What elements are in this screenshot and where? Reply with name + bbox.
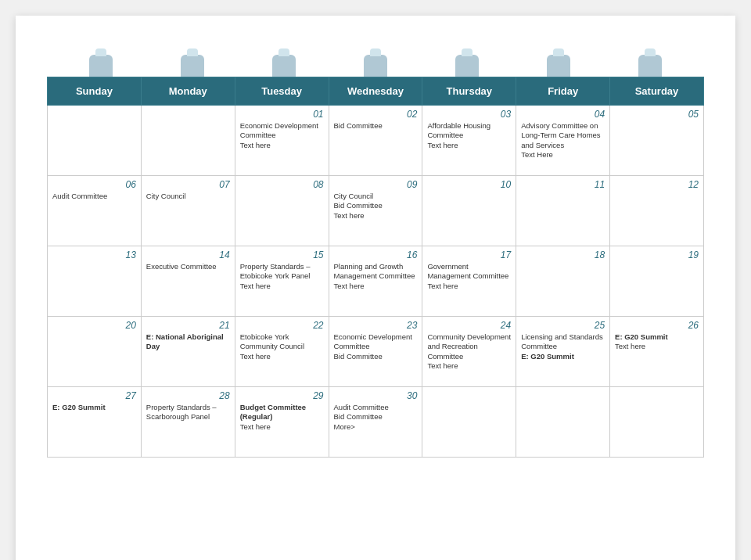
- tab-clip-7: [638, 55, 662, 77]
- cell-empty: [141, 106, 235, 176]
- cell-16: 16Planning and Growth Management Committ…: [329, 246, 422, 317]
- cell-29: 29Budget Committee (Regular)Text here: [235, 387, 329, 458]
- cell-18: 18: [516, 246, 610, 317]
- cell-26: 26E: G20 SummitText here: [610, 317, 704, 387]
- cell-25: 25Licensing and Standards CommitteeE: G2…: [516, 317, 610, 387]
- week-row-3: 13 14Executive Committee 15Property Stan…: [48, 246, 704, 317]
- calendar-table: Sunday Monday Tuesday Wednesday Thursday…: [47, 77, 704, 458]
- cell-30: 30Audit CommitteeBid CommitteeMore>: [329, 387, 422, 458]
- cell-11: 11: [516, 176, 610, 246]
- week-row-2: 06Audit Committee 07City Council 08 09Ci…: [48, 176, 704, 246]
- header-wednesday: Wednesday: [329, 77, 422, 106]
- cell-27: 27E: G20 Summit: [48, 387, 142, 458]
- cell-05: 05: [610, 106, 704, 176]
- cell-28: 28Property Standards –Scarborough Panel: [141, 387, 235, 458]
- cell-23: 23Economic Development CommitteeBid Comm…: [329, 317, 422, 387]
- week-row-4: 20 21E: National Aboriginal Day 22Etobic…: [48, 317, 704, 387]
- week-row-5: 27E: G20 Summit 28Property Standards –Sc…: [48, 387, 704, 458]
- header-sunday: Sunday: [48, 77, 142, 106]
- cell-04: 04Advisory Committee on Long-Term Care H…: [516, 106, 610, 176]
- cell-08: 08: [235, 176, 329, 246]
- cell-empty-a: [422, 387, 516, 458]
- cell-14: 14Executive Committee: [141, 246, 235, 317]
- cell-21: 21E: National Aboriginal Day: [141, 317, 235, 387]
- header-tuesday: Tuesday: [235, 77, 329, 106]
- cell-15: 15Property Standards –Etobicoke York Pan…: [235, 246, 329, 317]
- cell-10: 10: [422, 176, 516, 246]
- tab-clip-5: [455, 55, 479, 77]
- cell-empty-b: [516, 387, 610, 458]
- cell-20: 20: [48, 317, 142, 387]
- cell-07: 07City Council: [141, 176, 235, 246]
- tab-clip-2: [181, 55, 204, 77]
- cell-02: 02Bid Committee: [329, 106, 422, 176]
- cell-06: 06Audit Committee: [48, 176, 142, 246]
- header-saturday: Saturday: [610, 77, 704, 106]
- cell-22: 22Etobicoke York Community CouncilText h…: [235, 317, 329, 387]
- cell-09: 09City CouncilBid CommitteeText here: [329, 176, 422, 246]
- tab-clip-6: [547, 55, 570, 77]
- tab-clip-4: [364, 55, 387, 77]
- header-friday: Friday: [516, 77, 610, 106]
- slide: Sunday Monday Tuesday Wednesday Thursday…: [16, 16, 735, 560]
- header-monday: Monday: [141, 77, 235, 106]
- week-row-1: 01Economic Development CommitteeText her…: [48, 106, 704, 176]
- cell-19: 19: [610, 246, 704, 317]
- cell-24: 24Community Development and Recreation C…: [422, 317, 516, 387]
- tab-clip-3: [272, 55, 296, 77]
- cell-empty: [48, 106, 142, 176]
- cell-13: 13: [48, 246, 142, 317]
- header-thursday: Thursday: [422, 77, 516, 106]
- cell-12: 12: [610, 176, 704, 246]
- calendar-header-row: Sunday Monday Tuesday Wednesday Thursday…: [48, 77, 704, 106]
- tabs-row: [47, 55, 704, 77]
- cell-01: 01Economic Development CommitteeText her…: [235, 106, 329, 176]
- calendar-wrapper: Sunday Monday Tuesday Wednesday Thursday…: [47, 55, 704, 458]
- cell-03: 03Affordable Housing CommitteeText here: [422, 106, 516, 176]
- cell-17: 17Government Management CommitteeText he…: [422, 246, 516, 317]
- cell-empty-c: [610, 387, 704, 458]
- tab-clip-1: [89, 55, 113, 77]
